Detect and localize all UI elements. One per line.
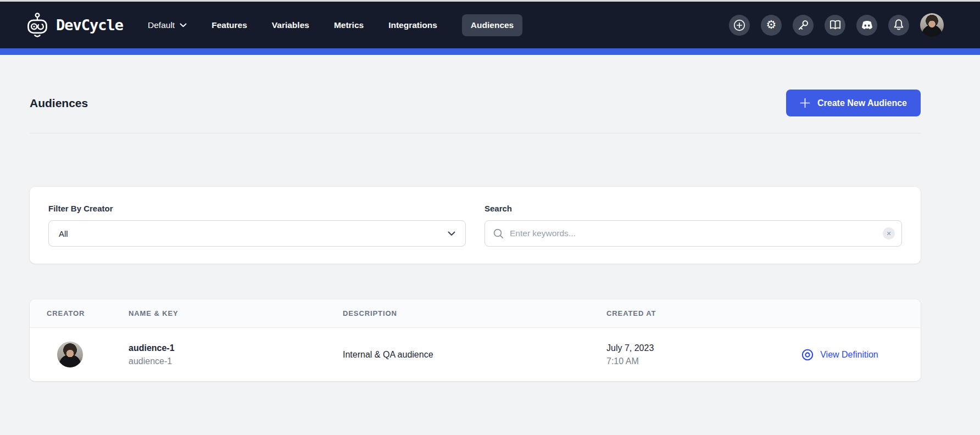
togglebot-robot-icon — [25, 12, 49, 39]
gear-icon: ⚙ — [766, 19, 777, 31]
created-date: July 7, 2023 — [606, 342, 758, 355]
search-box: ✕ — [485, 220, 902, 247]
column-header-creator: Creator — [30, 309, 129, 317]
header-divider — [30, 133, 921, 133]
creator-filter-select[interactable]: All — [48, 220, 466, 247]
table-header: Creator Name & Key Description Created A… — [30, 299, 921, 328]
filter-card: Filter By Creator All Search ✕ — [30, 187, 921, 264]
column-header-created-at: Created At — [606, 309, 758, 317]
nav-item-audiences[interactable]: Audiences — [462, 14, 522, 36]
nav-item-features[interactable]: Features — [211, 20, 247, 30]
column-header-name-key: Name & Key — [129, 309, 343, 317]
creator-cell — [30, 342, 129, 367]
settings-button[interactable]: ⚙ — [761, 15, 782, 36]
brand-name: DevCycle — [56, 16, 123, 34]
chevron-down-icon — [180, 23, 187, 27]
top-navbar: DevCycle Default Features Variables Metr… — [0, 2, 980, 48]
close-icon: ✕ — [886, 231, 891, 237]
chevron-down-icon — [448, 231, 455, 236]
created-at-cell: July 7, 2023 7:10 AM — [606, 342, 758, 368]
discord-icon — [861, 20, 873, 30]
clear-search-button[interactable]: ✕ — [883, 227, 895, 239]
user-avatar[interactable] — [920, 13, 944, 37]
create-new-audience-button[interactable]: Create New Audience — [786, 90, 921, 116]
audience-key: audience-1 — [129, 355, 343, 368]
creator-filter-label: Filter By Creator — [48, 204, 466, 213]
plus-circle-icon — [733, 19, 746, 32]
api-keys-button[interactable] — [793, 15, 814, 36]
eye-icon — [800, 348, 815, 362]
bell-icon — [893, 19, 905, 31]
audience-name: audience-1 — [129, 342, 343, 355]
search-icon — [493, 228, 504, 239]
creator-filter-value: All — [59, 229, 68, 238]
main-content: Audiences Create New Audience Filter By … — [30, 90, 921, 381]
documentation-button[interactable] — [825, 15, 845, 36]
open-book-icon — [829, 19, 842, 31]
creator-avatar — [57, 342, 83, 367]
devcycle-logo[interactable]: DevCycle — [25, 12, 123, 39]
created-time: 7:10 AM — [606, 355, 758, 368]
page-title: Audiences — [30, 97, 88, 110]
plus-icon — [800, 98, 810, 108]
audiences-table: Creator Name & Key Description Created A… — [30, 299, 921, 381]
nav-item-integrations[interactable]: Integrations — [388, 20, 437, 30]
description-cell: Internal & QA audience — [343, 350, 606, 360]
project-selector[interactable]: Default — [148, 20, 187, 30]
nav-item-metrics[interactable]: Metrics — [334, 20, 364, 30]
search-label: Search — [485, 204, 902, 213]
column-header-description: Description — [343, 309, 606, 317]
search-input[interactable] — [510, 228, 877, 238]
name-key-cell: audience-1 audience-1 — [129, 342, 343, 368]
table-row: audience-1 audience-1 Internal & QA audi… — [30, 328, 921, 381]
notifications-button[interactable] — [888, 15, 909, 36]
view-definition-link[interactable]: View Definition — [800, 348, 878, 362]
accent-bar — [0, 48, 980, 55]
actions-cell: View Definition — [758, 348, 921, 362]
nav-item-variables[interactable]: Variables — [272, 20, 309, 30]
key-icon — [797, 19, 809, 31]
add-circle-button[interactable] — [729, 15, 750, 36]
discord-button[interactable] — [856, 15, 877, 36]
